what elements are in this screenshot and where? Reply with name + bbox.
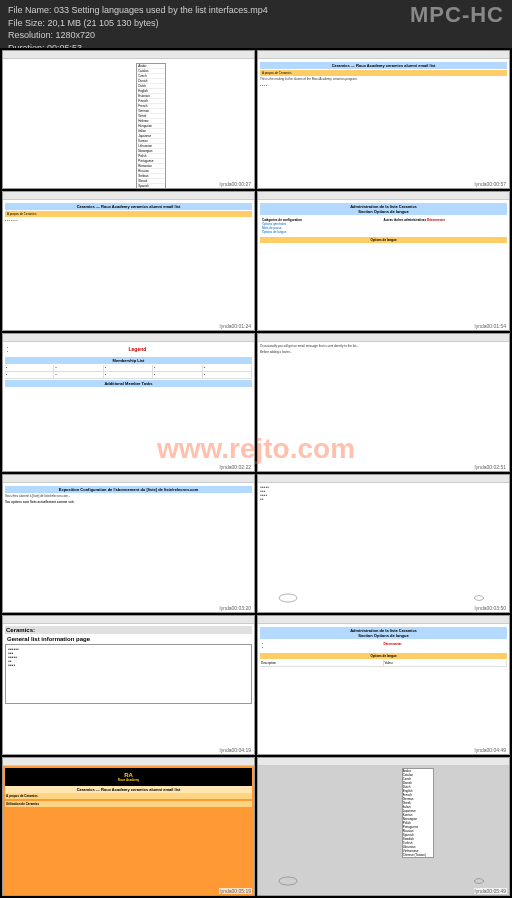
timestamp: lynda00:00:27: [219, 181, 252, 187]
language-dropdown[interactable]: ArabicCatalanCzechDanishDutchEnglishEsto…: [136, 63, 166, 188]
browser-toolbar: [258, 475, 509, 483]
browser-toolbar: [258, 616, 509, 624]
table-header-row: DescriptionValeur: [260, 660, 507, 667]
page-title: Ceramics — Roux Academy ceramics alumni …: [260, 62, 507, 69]
admin-links: •• Déconnecter: [260, 640, 507, 652]
section-header: A propos de Ceramics: [260, 70, 507, 76]
page-title: Administration de la liste Ceramics Sect…: [260, 203, 507, 215]
page-title: Administration de la liste Ceramics Sect…: [260, 627, 507, 639]
thumbnail-9[interactable]: Ceramics: General list information page …: [2, 615, 255, 754]
thumbnail-6[interactable]: Occasionally you will get an email messa…: [257, 333, 510, 472]
logout-link[interactable]: Déconnecter: [384, 642, 402, 646]
footer-logos: [258, 592, 509, 604]
browser-toolbar: [3, 51, 254, 59]
admin-links: Catégories de configuration Options géné…: [260, 216, 507, 236]
thumbnail-8[interactable]: ▪▪▪▪▪▪▪▪▪▪▪▪▪▪ lynda00:03:50: [257, 474, 510, 613]
browser-toolbar: [258, 334, 509, 342]
body-text: ▪ ▪ ▪ ▪: [260, 83, 507, 89]
svg-point-0: [279, 594, 297, 602]
meta-resolution: Resolution: 1280x720: [8, 29, 504, 42]
timestamp: lynda00:03:20: [219, 605, 252, 611]
browser-toolbar: [258, 51, 509, 59]
python-logo-icon: [469, 592, 489, 604]
section-header: Membership List: [5, 357, 252, 364]
top-links: •• Legend: [5, 344, 252, 356]
thumbnail-10[interactable]: Administration de la liste Ceramics Sect…: [257, 615, 510, 754]
browser-toolbar: [3, 616, 254, 624]
timestamp: lynda00:00:57: [474, 181, 507, 187]
svg-point-1: [279, 877, 297, 885]
timestamp: lynda00:01:54: [474, 323, 507, 329]
timestamp: lynda00:02:22: [219, 464, 252, 470]
orange-page: RA Roux Academy Ceramics — Roux Academy …: [3, 766, 254, 896]
thumbnail-3[interactable]: Ceramics — Roux Academy ceramics alumni …: [2, 191, 255, 330]
section-header: Options de langue: [260, 237, 507, 243]
browser-toolbar: [3, 192, 254, 200]
timestamp: lynda00:03:50: [474, 605, 507, 611]
browser-toolbar: [258, 192, 509, 200]
body-text: Vos options sont fixés actuellement comm…: [5, 500, 252, 506]
gray-page: ArabicCatalanCzechDanishDutchEnglishFren…: [258, 766, 509, 896]
footer-logos: [258, 875, 509, 887]
table-header-row: •••••: [5, 365, 252, 372]
page-title: General list information page: [5, 634, 252, 644]
browser-toolbar: [3, 475, 254, 483]
timestamp: lynda00:05:19: [219, 888, 252, 894]
ra-logo: RA Roux Academy: [5, 768, 252, 786]
mailman-logo-icon: [278, 592, 298, 604]
thumbnail-4[interactable]: Administration de la liste Ceramics Sect…: [257, 191, 510, 330]
timestamp: lynda00:01:24: [219, 323, 252, 329]
page-title: Ceramics — Roux Academy ceramics alumni …: [5, 786, 252, 793]
mailman-logo-icon: [278, 875, 298, 887]
browser-toolbar: [3, 758, 254, 766]
table-row[interactable]: •••••: [5, 372, 252, 379]
thumbnail-2[interactable]: Ceramics — Roux Academy ceramics alumni …: [257, 50, 510, 189]
thumbnail-5[interactable]: •• Legend Membership List ••••• ••••• Ad…: [2, 333, 255, 472]
admin-link[interactable]: Options de langue: [262, 230, 384, 234]
language-dropdown[interactable]: ArabicCatalanCzechDanishDutchEnglishFren…: [402, 768, 434, 858]
section-header: Additional Member Tasks: [5, 380, 252, 387]
timestamp: lynda00:02:51: [474, 464, 507, 470]
thumbnail-1[interactable]: ArabicCatalanCzechDanishDutchEnglishEsto…: [2, 50, 255, 189]
dropdown-item[interactable]: Chinese (Taiwan): [403, 853, 433, 857]
code-textarea[interactable]: ▪▪▪▪▪▪▪▪▪▪▪▪▪▪▪▪▪▪▪▪: [5, 644, 252, 704]
code-block: ▪▪▪▪▪▪▪▪▪▪▪▪▪▪: [260, 485, 507, 503]
section-header: A propos de Ceramics: [5, 211, 252, 217]
legend-label: Legend: [129, 346, 251, 354]
thumbnail-grid: ArabicCatalanCzechDanishDutchEnglishEsto…: [0, 48, 512, 898]
logout-link[interactable]: Déconnecter: [427, 218, 445, 222]
thumbnail-11[interactable]: RA Roux Academy Ceramics — Roux Academy …: [2, 757, 255, 896]
body-text: Before adding a footer...: [260, 350, 507, 356]
body-text: ▪ ▪ ▪ ▪ ▪ ▪ ▪: [5, 218, 252, 224]
section-header: Options de langue: [260, 653, 507, 659]
thumbnail-7[interactable]: Exposition Configuration de l'abonnement…: [2, 474, 255, 613]
page-title: Exposition Configuration de l'abonnement…: [5, 486, 252, 493]
section-header: A propos de Ceramics: [5, 793, 252, 799]
timestamp: lynda00:05:49: [474, 888, 507, 894]
browser-toolbar: [3, 334, 254, 342]
brand-label: Ceramics:: [5, 626, 252, 634]
browser-toolbar: [258, 758, 509, 766]
python-logo-icon: [469, 875, 489, 887]
page-title: Ceramics — Roux Academy ceramics alumni …: [5, 203, 252, 210]
player-brand: MPC-HC: [410, 2, 504, 28]
thumbnail-12[interactable]: ArabicCatalanCzechDanishDutchEnglishFren…: [257, 757, 510, 896]
section-header: Utilisation de Ceramics: [5, 801, 252, 807]
dropdown-item[interactable]: Spanish: [137, 184, 165, 188]
timestamp: lynda00:04:49: [474, 747, 507, 753]
timestamp: lynda00:04:19: [219, 747, 252, 753]
